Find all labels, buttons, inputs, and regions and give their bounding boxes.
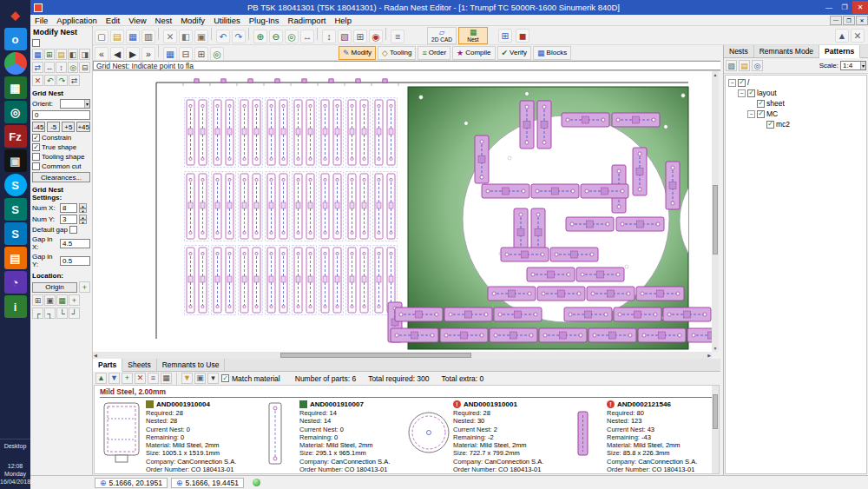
menu-plug-ins[interactable]: Plug-Ins: [245, 16, 284, 25]
expand-icon[interactable]: ⊞: [194, 47, 208, 61]
menu-view[interactable]: View: [124, 16, 150, 25]
part-card[interactable]: !AND0001910001Required: 28Nested: 30Curr…: [407, 400, 556, 473]
app-green-grid[interactable]: ▦: [4, 76, 27, 99]
menu-file[interactable]: File: [30, 16, 52, 25]
node-checkbox[interactable]: ✓: [738, 79, 746, 87]
child-close-button[interactable]: ✕: [856, 16, 868, 25]
parts-scrollbar[interactable]: [712, 386, 719, 473]
grid-icon[interactable]: ⊞: [353, 30, 367, 43]
vscroll-thumb[interactable]: [713, 185, 718, 254]
part-down-icon[interactable]: ▼: [108, 373, 120, 384]
align-right-icon[interactable]: ◨: [79, 49, 90, 60]
maximize-button[interactable]: ❐: [837, 1, 852, 14]
app-orange-files[interactable]: ▤: [4, 247, 27, 269]
close-panel-icon[interactable]: ✕: [851, 29, 865, 43]
menu-nest[interactable]: Nest: [151, 16, 177, 25]
vscroll-track[interactable]: [712, 78, 719, 345]
menu-radimport[interactable]: Radimport: [284, 16, 331, 25]
part-card[interactable]: !AND0002121546Required: 80Nested: 123Cur…: [561, 400, 710, 473]
tab-order[interactable]: ≡Order: [418, 46, 450, 60]
true-shape-checkbox[interactable]: ✓: [32, 143, 40, 151]
pan-icon[interactable]: ↔: [300, 30, 314, 43]
shrink-icon[interactable]: ⊟: [179, 47, 193, 61]
zoom-extents-icon[interactable]: ◎: [285, 30, 299, 43]
redo-icon[interactable]: ↷: [232, 30, 246, 43]
tree-node-mc[interactable]: −✓MC: [726, 109, 866, 119]
measure-icon[interactable]: ↕: [322, 30, 336, 43]
undo-icon[interactable]: ↶: [216, 30, 230, 43]
tree-node-sheet[interactable]: ✓sheet: [726, 98, 866, 109]
origin-button[interactable]: Origin: [32, 282, 77, 293]
grid-nest-parts[interactable]: [185, 79, 398, 315]
move-h-icon[interactable]: ↔: [44, 62, 56, 73]
delete-icon[interactable]: ✕: [32, 75, 43, 86]
center-icon[interactable]: ◎: [68, 62, 79, 73]
nest-grid-icon[interactable]: ⊞: [44, 49, 56, 60]
angle-button-+45[interactable]: +45: [76, 122, 90, 132]
zoom-out-icon[interactable]: ⊖: [269, 30, 283, 43]
move-v-icon[interactable]: ↕: [56, 62, 67, 73]
constrain-checkbox[interactable]: ✓: [32, 134, 40, 142]
collapse-up-icon[interactable]: ▲: [835, 29, 849, 43]
tab-compile[interactable]: ★Compile: [452, 46, 495, 60]
gap-y-field[interactable]: 0.5: [60, 256, 90, 266]
num-y-field[interactable]: 3: [60, 215, 77, 224]
nest-new-icon[interactable]: ▦: [32, 49, 43, 60]
part-grid-icon[interactable]: ▦: [161, 373, 172, 384]
mode-2d-cad[interactable]: ▱2D CAD: [427, 27, 457, 44]
part-card[interactable]: AND0001910004Required: 28Nested: 28Curre…: [100, 400, 249, 473]
filter-icon[interactable]: ▼: [181, 373, 193, 384]
menu-help[interactable]: Help: [330, 16, 356, 25]
copy-icon[interactable]: ◧: [179, 30, 193, 43]
part-add-icon[interactable]: +: [122, 373, 133, 384]
corner-tl-icon[interactable]: ┌: [32, 307, 43, 319]
panel-option-checkbox[interactable]: [32, 39, 40, 47]
orient-dropdown[interactable]: ▾: [60, 99, 90, 109]
app-logo-red[interactable]: ◆: [4, 3, 27, 26]
menu-application[interactable]: Application: [52, 16, 101, 25]
pattern-new-icon[interactable]: ▧: [726, 60, 737, 71]
app-skype[interactable]: S: [4, 174, 27, 196]
paste-icon[interactable]: ▣: [194, 30, 208, 43]
zoom-in-icon[interactable]: ⊕: [253, 30, 267, 43]
node-checkbox[interactable]: ✓: [747, 89, 755, 97]
close-button[interactable]: ✕: [852, 1, 868, 14]
snap-icon[interactable]: ◉: [369, 30, 383, 43]
node-checkbox[interactable]: ✓: [766, 121, 774, 129]
window-titlebar[interactable]: PB T5K 18041301 (T5K 18041301) - Radan N…: [30, 0, 868, 15]
vertical-scrollbar[interactable]: ▲ ▼: [712, 71, 719, 352]
new-icon[interactable]: ▢: [95, 30, 108, 43]
mode-nest[interactable]: ▦Nest: [458, 27, 488, 44]
expander-icon[interactable]: −: [738, 89, 746, 97]
clearances-button[interactable]: Clearances...: [32, 172, 90, 182]
tab-sheets[interactable]: Sheets: [122, 359, 156, 371]
app-green-i[interactable]: i: [4, 295, 27, 318]
tab-tooling[interactable]: ◇Tooling: [378, 46, 416, 60]
nest-drawing[interactable]: [93, 71, 712, 352]
child-maximize-button[interactable]: ❐: [843, 16, 855, 25]
horizontal-scrollbar[interactable]: ◀ ▶: [93, 352, 712, 359]
layers-icon[interactable]: ▧: [338, 30, 352, 43]
scroll-up-icon[interactable]: ▲: [713, 71, 719, 78]
scroll-right-icon[interactable]: ▶: [707, 352, 712, 359]
first-nest-icon[interactable]: «: [95, 47, 108, 61]
num-x-field[interactable]: 8: [60, 203, 77, 213]
corner-tr-icon[interactable]: ┐: [44, 307, 56, 319]
angle-button-+5[interactable]: +5: [62, 122, 75, 132]
scroll-down-icon[interactable]: ▼: [713, 345, 719, 352]
prev-nest-icon[interactable]: ◀: [110, 47, 124, 61]
next-nest-icon[interactable]: ▶: [126, 47, 140, 61]
app-teal-s[interactable]: S: [4, 198, 27, 221]
desktop-label[interactable]: Desktop: [0, 439, 30, 450]
hscroll-thumb[interactable]: [280, 353, 471, 358]
part-list-icon[interactable]: ≡: [148, 373, 159, 384]
match-material-checkbox[interactable]: ✓: [221, 374, 229, 382]
part-card[interactable]: AND0001910007Required: 14Nested: 14Curre…: [253, 400, 403, 473]
mirror-icon[interactable]: ⇄: [69, 75, 80, 86]
tab-nests[interactable]: Nests: [724, 45, 754, 57]
hscroll-track[interactable]: [98, 352, 707, 359]
menu-modify[interactable]: Modify: [176, 16, 209, 25]
corner-br-icon[interactable]: ┘: [69, 307, 80, 319]
print-icon[interactable]: ▥: [141, 30, 155, 43]
node-checkbox[interactable]: ✓: [757, 100, 765, 108]
